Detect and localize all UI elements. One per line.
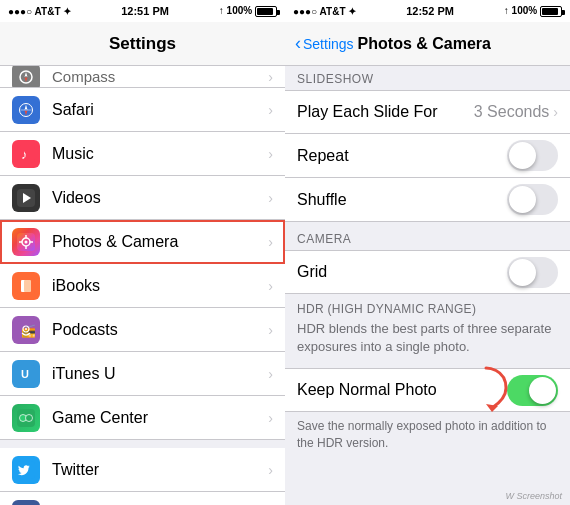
podcasts-item[interactable]: 📻 Podcasts › — [0, 308, 285, 352]
partial-compass-item[interactable]: Compass › — [0, 66, 285, 88]
repeat-label: Repeat — [297, 147, 507, 165]
left-signal: ↑ 100% — [219, 5, 277, 17]
slideshow-header: SLIDESHOW — [285, 66, 570, 90]
gamecenter-item[interactable]: Game Center › — [0, 396, 285, 440]
shuffle-toggle-knob — [509, 186, 536, 213]
music-arrow: › — [268, 146, 273, 162]
shuffle-item: Shuffle — [285, 178, 570, 222]
right-nav-bar: ‹ Settings Photos & Camera — [285, 22, 570, 66]
ibooks-item[interactable]: iBooks › — [0, 264, 285, 308]
back-chevron-icon: ‹ — [295, 33, 301, 54]
itunesu-arrow: › — [268, 366, 273, 382]
left-carrier: ●●●○ AT&T ✦ — [8, 6, 71, 17]
right-status-bar: ●●●○ AT&T ✦ 12:52 PM ↑ 100% — [285, 0, 570, 22]
compass-label: Compass — [52, 68, 268, 85]
svg-point-25 — [25, 328, 27, 330]
itunesu-label: iTunes U — [52, 365, 268, 383]
hdr-section: HDR (HIGH DYNAMIC RANGE) HDR blends the … — [285, 294, 570, 368]
back-button[interactable]: ‹ Settings — [295, 33, 354, 54]
left-time: 12:51 PM — [121, 5, 169, 17]
repeat-toggle[interactable] — [507, 140, 558, 171]
compass-arrow: › — [268, 69, 273, 85]
ibooks-arrow: › — [268, 278, 273, 294]
right-panel: ●●●○ AT&T ✦ 12:52 PM ↑ 100% ‹ Settings P… — [285, 0, 570, 505]
svg-marker-2 — [25, 77, 28, 82]
facebook-item[interactable]: Facebook › — [0, 492, 285, 505]
keep-normal-toggle[interactable] — [507, 375, 558, 406]
back-label: Settings — [303, 36, 354, 52]
grid-toggle[interactable] — [507, 257, 558, 288]
left-nav-bar: Settings — [0, 22, 285, 66]
left-panel: ●●●○ AT&T ✦ 12:51 PM ↑ 100% Settings Com… — [0, 0, 285, 505]
ibooks-label: iBooks — [52, 277, 268, 295]
slideshow-section: SLIDESHOW Play Each Slide For 3 Seconds … — [285, 66, 570, 222]
left-status-bar: ●●●○ AT&T ✦ 12:51 PM ↑ 100% — [0, 0, 285, 22]
podcasts-arrow: › — [268, 322, 273, 338]
photos-item[interactable]: Photos & Camera › — [0, 220, 285, 264]
twitter-item[interactable]: Twitter › — [0, 448, 285, 492]
camera-header: CAMERA — [285, 226, 570, 250]
watermark: W Screenshot — [505, 491, 562, 501]
play-each-label: Play Each Slide For — [297, 103, 474, 121]
camera-section: CAMERA Grid — [285, 222, 570, 294]
svg-point-14 — [25, 240, 28, 243]
right-signal: ↑ 100% — [504, 5, 562, 17]
podcasts-label: Podcasts — [52, 321, 268, 339]
svg-text:U: U — [21, 368, 29, 380]
play-each-slide-item[interactable]: Play Each Slide For 3 Seconds › — [285, 90, 570, 134]
videos-item[interactable]: Videos › — [0, 176, 285, 220]
safari-arrow: › — [268, 102, 273, 118]
gamecenter-label: Game Center — [52, 409, 268, 427]
shuffle-toggle[interactable] — [507, 184, 558, 215]
photos-arrow: › — [268, 234, 273, 250]
hdr-header: HDR (HIGH DYNAMIC RANGE) — [297, 302, 558, 316]
safari-item[interactable]: Safari › — [0, 88, 285, 132]
music-item[interactable]: ♪ Music › — [0, 132, 285, 176]
gamecenter-arrow: › — [268, 410, 273, 426]
keep-normal-footer: Save the normally exposed photo in addit… — [285, 412, 570, 458]
grid-toggle-knob — [509, 259, 536, 286]
play-each-value: 3 Seconds — [474, 103, 550, 121]
svg-marker-1 — [25, 72, 28, 77]
keep-normal-toggle-knob — [529, 377, 556, 404]
shuffle-label: Shuffle — [297, 191, 507, 209]
left-nav-title: Settings — [109, 34, 176, 54]
keep-normal-label: Keep Normal Photo — [297, 381, 507, 399]
red-arrow-indicator — [478, 366, 514, 416]
twitter-arrow: › — [268, 462, 273, 478]
section-divider-1 — [0, 440, 285, 448]
play-each-arrow: › — [553, 104, 558, 120]
repeat-item: Repeat — [285, 134, 570, 178]
safari-label: Safari — [52, 101, 268, 119]
music-label: Music — [52, 145, 268, 163]
grid-label: Grid — [297, 263, 507, 281]
svg-text:♪: ♪ — [21, 147, 28, 162]
grid-item: Grid — [285, 250, 570, 294]
twitter-label: Twitter — [52, 461, 268, 479]
right-nav-title: Photos & Camera — [358, 35, 491, 53]
photos-label: Photos & Camera — [52, 233, 268, 251]
svg-rect-21 — [24, 280, 31, 292]
videos-label: Videos — [52, 189, 268, 207]
keep-normal-item: Keep Normal Photo — [285, 368, 570, 412]
itunesu-item[interactable]: U iTunes U › — [0, 352, 285, 396]
svg-point-30 — [26, 414, 33, 421]
keep-normal-container: Keep Normal Photo — [285, 368, 570, 412]
right-time: 12:52 PM — [406, 5, 454, 17]
hdr-description: HDR blends the best parts of three separ… — [297, 320, 558, 356]
videos-arrow: › — [268, 190, 273, 206]
settings-list: Compass › Safari › ♪ Music › Videos › — [0, 66, 285, 505]
right-carrier: ●●●○ AT&T ✦ — [293, 6, 356, 17]
repeat-toggle-knob — [509, 142, 536, 169]
